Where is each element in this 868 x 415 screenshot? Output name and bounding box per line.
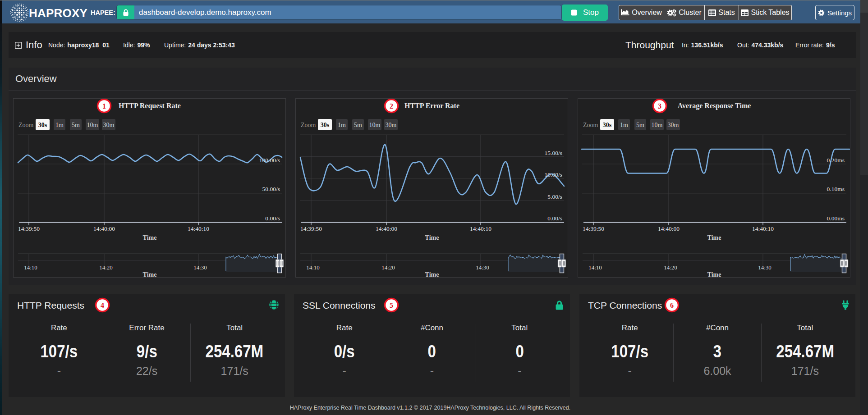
- svg-text:14:20: 14:20: [381, 264, 395, 271]
- svg-text:5m: 5m: [354, 122, 362, 128]
- svg-text:Time: Time: [143, 271, 157, 277]
- svg-text:14:40:10: 14:40:10: [752, 225, 774, 232]
- svg-text:HTTP Request Rate: HTTP Request Rate: [119, 102, 181, 110]
- svg-text:14:39:50: 14:39:50: [300, 225, 322, 232]
- svg-text:10.00/s: 10.00/s: [545, 171, 562, 178]
- svg-text:14:20: 14:20: [664, 264, 677, 271]
- svg-text:14:10: 14:10: [588, 264, 602, 271]
- svg-text:5: 5: [390, 301, 393, 309]
- svg-text:Time: Time: [425, 271, 439, 277]
- svg-text:10m: 10m: [87, 122, 98, 128]
- svg-text:1m: 1m: [338, 122, 346, 128]
- svg-text:14:40:00: 14:40:00: [93, 225, 115, 232]
- svg-text:14:39:50: 14:39:50: [18, 225, 40, 232]
- svg-text:Zoom: Zoom: [18, 122, 34, 128]
- svg-text:Time: Time: [425, 234, 439, 241]
- svg-text:50.00/s: 50.00/s: [262, 186, 280, 192]
- svg-text:14:20: 14:20: [99, 264, 113, 271]
- svg-text:30m: 30m: [386, 122, 397, 128]
- svg-text:1: 1: [102, 102, 106, 110]
- svg-text:0.10ms: 0.10ms: [827, 186, 845, 192]
- svg-text:30s: 30s: [38, 122, 47, 128]
- svg-text:30m: 30m: [103, 122, 115, 128]
- svg-text:Zoom: Zoom: [301, 122, 316, 128]
- svg-text:14:39:50: 14:39:50: [583, 225, 604, 232]
- svg-text:14:10: 14:10: [24, 264, 37, 271]
- svg-text:1m: 1m: [620, 122, 628, 128]
- svg-text:100.00/s: 100.00/s: [259, 157, 280, 164]
- svg-text:Time: Time: [707, 234, 721, 241]
- svg-text:2: 2: [390, 102, 393, 110]
- svg-text:14:40:10: 14:40:10: [470, 225, 491, 232]
- svg-text:10m: 10m: [652, 122, 663, 128]
- svg-text:Time: Time: [707, 271, 721, 277]
- svg-text:15.00/s: 15.00/s: [545, 150, 562, 156]
- svg-text:1m: 1m: [55, 122, 64, 128]
- svg-text:10m: 10m: [369, 122, 381, 128]
- svg-text:Zoom: Zoom: [583, 122, 598, 128]
- svg-text:14:30: 14:30: [193, 264, 207, 271]
- svg-text:14:10: 14:10: [306, 264, 320, 271]
- svg-text:5m: 5m: [72, 122, 80, 128]
- svg-text:4: 4: [101, 301, 104, 309]
- svg-text:14:30: 14:30: [476, 264, 489, 271]
- svg-text:0.00/s: 0.00/s: [547, 215, 562, 222]
- svg-text:30s: 30s: [603, 122, 612, 128]
- svg-text:HTTP Error Rate: HTTP Error Rate: [404, 102, 459, 109]
- svg-text:14:40:00: 14:40:00: [658, 225, 680, 232]
- svg-text:5.00/s: 5.00/s: [547, 193, 562, 200]
- svg-text:5m: 5m: [636, 122, 644, 128]
- svg-text:0.20ms: 0.20ms: [827, 157, 845, 164]
- svg-text:6: 6: [670, 301, 674, 309]
- svg-text:Average Response Time: Average Response Time: [678, 102, 751, 110]
- svg-text:30m: 30m: [668, 122, 679, 128]
- svg-text:0.00ms: 0.00ms: [827, 215, 845, 222]
- svg-text:14:30: 14:30: [758, 264, 772, 271]
- svg-text:3: 3: [658, 102, 661, 110]
- svg-text:30s: 30s: [321, 122, 330, 128]
- svg-text:14:40:10: 14:40:10: [188, 225, 209, 232]
- svg-text:0.00/s: 0.00/s: [265, 215, 280, 222]
- svg-text:14:40:00: 14:40:00: [376, 225, 397, 232]
- svg-text:Time: Time: [143, 234, 157, 241]
